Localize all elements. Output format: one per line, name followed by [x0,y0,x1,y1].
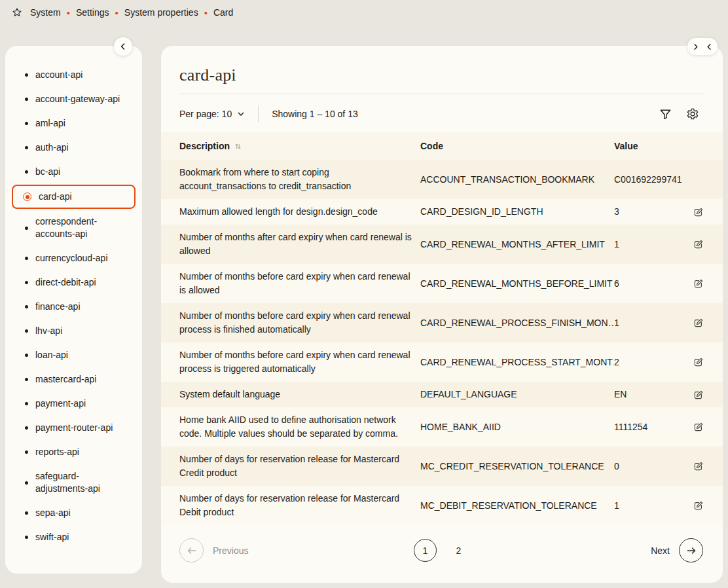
sidebar-item-swift-api[interactable]: swift-api [12,525,136,549]
sidebar-item-lhv-api[interactable]: lhv-api [12,319,136,343]
sidebar-item-aml-api[interactable]: aml-api [12,111,136,136]
page-button-2[interactable]: 2 [447,539,470,562]
chevron-right-icon [692,43,699,50]
edit-button[interactable] [692,460,705,473]
row-description: Bookmark from where to start coping acco… [161,160,420,199]
sidebar-collapse-button[interactable] [114,37,132,56]
table-header-row: Description Code Value [161,132,723,160]
row-code: ACCOUNT_TRANSACTION_BOOKMARK [420,167,614,193]
sidebar-item-sepa-api[interactable]: sepa-api [12,501,136,525]
edit-pencil-icon [693,207,704,217]
sidebar-item-safeguard-adjustments-api[interactable]: safeguard-adjustments-api [12,464,136,501]
breadcrumb-item-system[interactable]: System [30,7,61,18]
sidebar-item-card-api[interactable]: card-api [12,185,136,209]
sidebar-item-currencycloud-api[interactable]: currencycloud-api [12,246,136,270]
table-settings-button[interactable] [685,106,701,122]
sidebar-item-label: account-gateway-api [35,93,120,105]
row-description: System default language [161,382,420,407]
edit-button[interactable] [692,420,705,433]
row-code: MC_CREDIT_RESERVATION_TOLERANCE [420,454,614,479]
table-row: Number of months before card expiry when… [161,264,723,303]
per-page-select[interactable]: Per page: 10 [179,109,245,119]
main-panel: card-api Per page: 10 Showing 1 – 10 of … [161,46,723,583]
edit-button[interactable] [692,238,705,251]
star-icon [12,7,22,18]
row-code: CARD_RENEWAL_PROCESS_FINISH_MON… [420,310,614,336]
edit-button[interactable] [692,206,705,219]
row-code: HOME_BANK_AIID [420,414,614,440]
arrow-left-icon [187,545,197,556]
bullet-icon [25,146,28,149]
sidebar-item-label: finance-api [35,301,81,313]
sidebar-item-label: aml-api [35,117,65,130]
breadcrumb-item-system-properties[interactable]: System properties [124,7,198,18]
bullet-icon [25,450,28,454]
edit-button[interactable] [692,277,705,290]
breadcrumb-separator-icon: • [115,8,118,18]
bullet-icon [25,354,28,357]
sidebar-item-mastercard-api[interactable]: mastercard-api [12,367,136,392]
edit-button[interactable] [692,388,705,401]
toolbar-divider [258,105,259,122]
filter-button[interactable] [658,107,673,122]
table-row: Home bank AIID used to define authorisat… [161,407,723,447]
row-value: 1 [614,232,692,257]
column-header-description[interactable]: Description [161,132,420,160]
breadcrumb-item-settings[interactable]: Settings [76,7,109,18]
bullet-icon [25,281,28,284]
previous-page-button[interactable] [179,538,204,562]
page-button-1[interactable]: 1 [414,539,437,562]
next-page-button[interactable] [679,538,703,562]
sidebar-item-reports-api[interactable]: reports-api [12,440,136,464]
sidebar-item-account-gateway-api[interactable]: account-gateway-api [12,87,136,111]
bullet-icon [25,227,28,230]
breadcrumb-separator-icon: • [204,8,208,18]
arrow-right-icon [686,545,697,556]
breadcrumb-item-card[interactable]: Card [213,7,233,18]
collapse-panel-button[interactable] [705,43,714,51]
sidebar-item-direct-debit-api[interactable]: direct-debit-api [12,270,136,295]
sidebar-item-auth-api[interactable]: auth-api [12,136,136,160]
expand-panel-button[interactable] [691,43,700,51]
sidebar-item-label: payment-api [35,397,86,410]
favorite-star-button[interactable] [10,6,24,19]
row-description: Home bank AIID used to define authorisat… [161,407,420,447]
breadcrumb: System•Settings•System properties•Card [30,7,233,18]
edit-pencil-icon [693,357,704,367]
edit-button[interactable] [692,356,705,369]
sidebar-item-label: mastercard-api [35,373,96,386]
table-row: Bookmark from where to start coping acco… [161,160,723,199]
edit-pencil-icon [693,318,704,328]
table-body: Bookmark from where to start coping acco… [161,160,723,525]
bullet-icon [25,329,28,333]
row-code: CARD_RENEWAL_MONTHS_AFTER_LIMIT [420,232,614,257]
per-page-label: Per page: 10 [179,109,232,119]
sidebar-item-label: bc-api [35,166,60,178]
pagination-pages: 12 [414,539,470,562]
table-row: Number of days for reservation release f… [161,447,723,486]
sidebar-item-label: sepa-api [35,507,71,519]
sidebar-item-correspondent-accounts-api[interactable]: correspondent-accounts-api [12,210,136,246]
filter-funnel-icon [659,108,672,120]
sidebar-item-bc-api[interactable]: bc-api [12,160,136,184]
sidebar-item-account-api[interactable]: account-api [12,63,136,87]
bullet-icon [25,170,28,174]
sidebar-item-payment-api[interactable]: payment-api [12,392,136,416]
row-code: CARD_RENEWAL_MONTHS_BEFORE_LIMIT [420,271,614,297]
page-title: card-api [179,65,704,85]
sidebar-item-label: account-api [35,69,82,81]
row-value: 3 [614,199,692,225]
radio-selected-icon [23,193,31,201]
sidebar-item-loan-api[interactable]: loan-api [12,343,136,367]
edit-button[interactable] [692,316,705,329]
sidebar-item-finance-api[interactable]: finance-api [12,295,136,319]
edit-button[interactable] [692,499,705,512]
row-code: CARD_DESIGN_ID_LENGTH [420,199,614,225]
bullet-icon [25,402,28,405]
sidebar-item-label: direct-debit-api [35,276,96,289]
sidebar: account-api account-gateway-api aml-api … [5,46,142,574]
edit-pencil-icon [693,422,704,432]
sidebar-item-payment-router-api[interactable]: payment-router-api [12,416,136,440]
row-value: 2 [614,350,692,375]
breadcrumb-separator-icon: • [67,8,70,18]
